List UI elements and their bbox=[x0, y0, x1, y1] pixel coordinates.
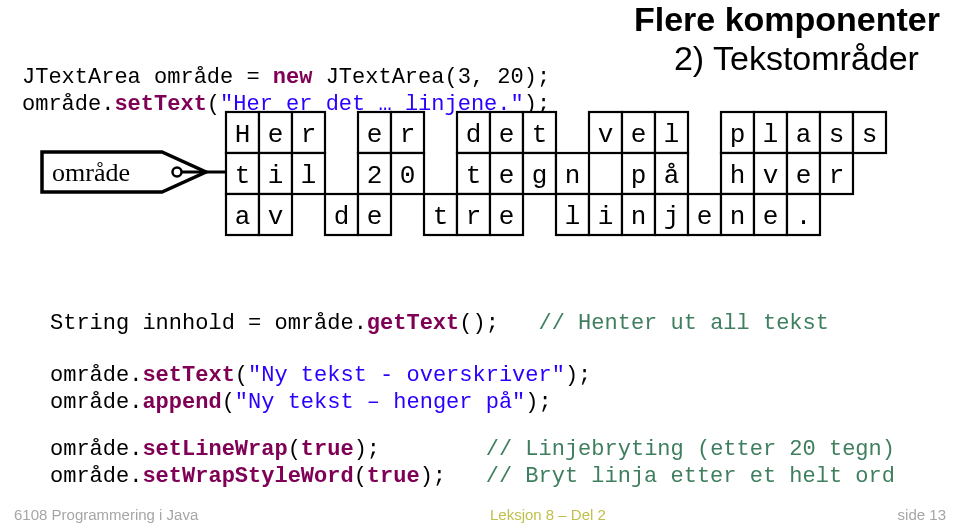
code-text: JTextArea område = bbox=[22, 65, 273, 90]
grid-char: r bbox=[829, 161, 845, 191]
grid-char: e bbox=[763, 202, 779, 232]
grid-char: n bbox=[631, 202, 647, 232]
keyword-new: new bbox=[273, 65, 313, 90]
grid-char: r bbox=[301, 120, 317, 150]
string-literal: "Ny tekst - overskriver" bbox=[248, 363, 565, 388]
code-block-declaration: JTextArea område = new JTextArea(3, 20);… bbox=[22, 36, 550, 119]
keyword-true: true bbox=[367, 464, 420, 489]
character-grid: Hererdetvelplasstil20tegnpåhveravdetreli… bbox=[226, 112, 886, 235]
grid-char: e bbox=[796, 161, 812, 191]
grid-char: v bbox=[268, 202, 284, 232]
grid-char: h bbox=[730, 161, 746, 191]
comment: // Linjebryting (etter 20 tegn) bbox=[486, 437, 895, 462]
grid-char: d bbox=[466, 120, 482, 150]
grid-char: H bbox=[235, 120, 251, 150]
grid-char: j bbox=[664, 202, 680, 232]
grid-char: r bbox=[400, 120, 416, 150]
code-text: ); bbox=[565, 363, 591, 388]
comment: // Bryt linja etter et helt ord bbox=[486, 464, 895, 489]
grid-char: e bbox=[499, 202, 515, 232]
code-text: område. bbox=[50, 363, 142, 388]
svg-point-0 bbox=[173, 168, 182, 177]
code-text: (); bbox=[459, 311, 538, 336]
footer-left: 6108 Programmering i Java bbox=[14, 506, 198, 523]
code-text: ( bbox=[354, 464, 367, 489]
code-text: ); bbox=[420, 464, 486, 489]
grid-char: l bbox=[664, 120, 680, 150]
grid-char: i bbox=[598, 202, 614, 232]
grid-char: t bbox=[466, 161, 482, 191]
code-text: ( bbox=[235, 363, 248, 388]
keyword-true: true bbox=[301, 437, 354, 462]
textarea-diagram: område Hererdetvelplasstil20tegnpåhverav… bbox=[34, 110, 954, 260]
footer: 6108 Programmering i Java Leksjon 8 – De… bbox=[0, 506, 960, 523]
comment: // Henter ut all tekst bbox=[539, 311, 829, 336]
grid-char: n bbox=[730, 202, 746, 232]
code-block-gettext: String innhold = område.getText(); // He… bbox=[50, 282, 829, 337]
grid-char: e bbox=[268, 120, 284, 150]
grid-char: r bbox=[466, 202, 482, 232]
grid-char: i bbox=[268, 161, 284, 191]
grid-char: d bbox=[334, 202, 350, 232]
grid-char: a bbox=[235, 202, 251, 232]
grid-char: v bbox=[598, 120, 614, 150]
title-block: Flere komponenter 2) Tekstområder bbox=[634, 0, 940, 78]
grid-char: n bbox=[565, 161, 581, 191]
method-setwrapstyleword: setWrapStyleWord bbox=[142, 464, 353, 489]
grid-char: e bbox=[697, 202, 713, 232]
grid-char: å bbox=[664, 161, 680, 191]
grid-char: . bbox=[796, 202, 812, 232]
method-settext: setText bbox=[142, 363, 234, 388]
grid-char: 0 bbox=[400, 161, 416, 191]
grid-char: v bbox=[763, 161, 779, 191]
variable-tag: område bbox=[42, 152, 226, 192]
footer-right: side 13 bbox=[898, 506, 946, 523]
grid-char: e bbox=[499, 120, 515, 150]
grid-char: p bbox=[631, 161, 647, 191]
grid-char: p bbox=[730, 120, 746, 150]
grid-char: e bbox=[367, 120, 383, 150]
code-text: ); bbox=[354, 437, 486, 462]
code-text: ( bbox=[288, 437, 301, 462]
grid-char: l bbox=[565, 202, 581, 232]
code-text: område. bbox=[50, 464, 142, 489]
grid-char: l bbox=[301, 161, 317, 191]
title-line2: 2) Tekstområder bbox=[674, 39, 940, 78]
grid-char: l bbox=[763, 120, 779, 150]
grid-char: g bbox=[532, 161, 548, 191]
grid-char: 2 bbox=[367, 161, 383, 191]
code-block-wrap: område.setLineWrap(true); // Linjebrytin… bbox=[50, 408, 895, 491]
grid-char: t bbox=[433, 202, 449, 232]
grid-char: e bbox=[631, 120, 647, 150]
method-gettext: getText bbox=[367, 311, 459, 336]
footer-middle: Leksjon 8 – Del 2 bbox=[490, 506, 606, 523]
grid-char: s bbox=[862, 120, 878, 150]
title-line1: Flere komponenter bbox=[634, 0, 940, 39]
grid-char: e bbox=[367, 202, 383, 232]
code-block-settext-append: område.setText("Ny tekst - overskriver")… bbox=[50, 334, 591, 417]
code-text: String innhold = område. bbox=[50, 311, 367, 336]
code-text: JTextArea(3, 20); bbox=[312, 65, 550, 90]
grid-char: s bbox=[829, 120, 845, 150]
grid-char: t bbox=[235, 161, 251, 191]
grid-char: a bbox=[796, 120, 812, 150]
code-text: område. bbox=[50, 437, 142, 462]
grid-char: e bbox=[499, 161, 515, 191]
method-setlinewrap: setLineWrap bbox=[142, 437, 287, 462]
tag-label-text: område bbox=[52, 158, 130, 187]
grid-char: t bbox=[532, 120, 548, 150]
